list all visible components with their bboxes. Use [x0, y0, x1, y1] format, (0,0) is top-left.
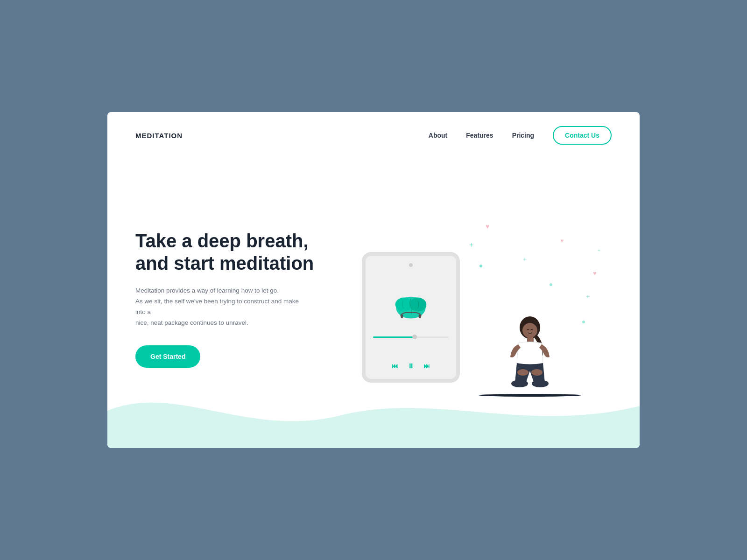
- wave-decoration: [107, 373, 640, 448]
- progress-thumb: [412, 335, 417, 339]
- hero-illustration: ♥ ♥ ♥ ♥ + + + +: [331, 191, 612, 397]
- svg-text:+: +: [469, 241, 473, 249]
- logo: MEDITATION: [135, 132, 183, 140]
- svg-text:♥: ♥: [560, 238, 564, 244]
- svg-point-23: [522, 323, 537, 338]
- svg-point-9: [550, 283, 552, 286]
- svg-text:♥: ♥: [593, 270, 597, 277]
- contact-us-button[interactable]: Contact Us: [553, 126, 612, 145]
- playback-controls: ⏮ ⏸ ⏭: [392, 362, 430, 370]
- progress-bar: [373, 336, 449, 338]
- svg-text:♥: ♥: [486, 223, 489, 230]
- svg-rect-16: [419, 314, 421, 318]
- nav-features[interactable]: Features: [466, 132, 493, 139]
- get-started-button[interactable]: Get Started: [135, 345, 200, 368]
- tablet-device: ⏮ ⏸ ⏭: [362, 252, 460, 383]
- nav-about[interactable]: About: [429, 132, 447, 139]
- navbar: MEDITATION About Features Pricing Contac…: [107, 112, 640, 159]
- svg-text:+: +: [598, 248, 600, 253]
- tablet-camera: [409, 263, 413, 267]
- hero-text: Take a deep breath, and start meditation…: [135, 220, 331, 368]
- page-container: MEDITATION About Features Pricing Contac…: [107, 112, 640, 448]
- svg-text:+: +: [586, 293, 590, 300]
- hero-section: Take a deep breath, and start meditation…: [107, 159, 640, 411]
- svg-text:+: +: [523, 255, 527, 263]
- progress-fill: [373, 336, 415, 338]
- pause-icon[interactable]: ⏸: [408, 362, 414, 370]
- tablet-screen: [373, 271, 449, 358]
- brain-illustration: [388, 292, 434, 329]
- hero-description: Meditation provides a way of learning ho…: [135, 286, 303, 329]
- svg-point-8: [479, 265, 482, 267]
- skip-forward-icon[interactable]: ⏭: [423, 362, 430, 370]
- svg-point-10: [582, 321, 585, 323]
- nav-pricing[interactable]: Pricing: [512, 132, 534, 139]
- hero-title: Take a deep breath, and start meditation: [135, 230, 331, 274]
- skip-back-icon[interactable]: ⏮: [392, 362, 398, 370]
- progress-track: [373, 336, 449, 338]
- nav-links: About Features Pricing Contact Us: [429, 126, 612, 145]
